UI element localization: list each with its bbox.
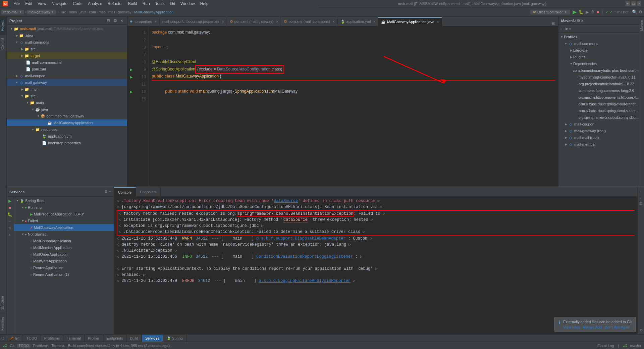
bottom-tab-services[interactable]: Services bbox=[142, 335, 163, 342]
git-notif-view-files[interactable]: View Files bbox=[563, 325, 580, 329]
stop-btn[interactable]: ■ bbox=[596, 9, 600, 15]
settings-icon[interactable]: ⚙ bbox=[112, 18, 118, 23]
c-logger-1[interactable]: o.s.b.f.support.DisposableBeanAdapter bbox=[256, 236, 345, 241]
tree-item-resources[interactable]: ▼ 📁 resources bbox=[7, 126, 127, 133]
maven-phase-btn[interactable]: ≡ bbox=[569, 27, 571, 31]
tab-close-pom-gateway[interactable]: × bbox=[276, 20, 278, 23]
minimize-btn[interactable]: − bbox=[626, 1, 630, 6]
maven-close-icon[interactable]: × bbox=[581, 18, 583, 23]
services-run-icon[interactable]: ▶ bbox=[7, 198, 13, 204]
menu-file[interactable]: File bbox=[11, 0, 22, 7]
run-gutter-12[interactable]: ▶ bbox=[130, 90, 133, 94]
maven-add-btn[interactable]: + bbox=[560, 27, 562, 31]
menu-tools[interactable]: Tools bbox=[153, 0, 167, 7]
tab-bootstrap[interactable]: mall-coupon\...bootstrap.properties × bbox=[160, 17, 227, 26]
service-mall-produce[interactable]: ▶ MallProduceApplication :8040/ bbox=[14, 211, 114, 217]
maven-dep-mybatis[interactable]: com.baomidou:mybatis-plus-boot-start... bbox=[558, 67, 639, 74]
maven-dep-spring-cloud-3[interactable]: org.springframework.cloud:spring-clou... bbox=[558, 114, 639, 121]
bottom-tab-git[interactable]: ⎇ Git bbox=[6, 335, 23, 342]
service-mall-member[interactable]: ○ MallMemberApplication bbox=[14, 244, 114, 251]
services-stop-icon[interactable]: ■ bbox=[7, 205, 13, 211]
bottom-tab-todo[interactable]: TODO bbox=[23, 335, 41, 342]
tree-item-msb-mall[interactable]: ▼ 📁 msb-mall [mall-mall] E:\MSBMallWorkS… bbox=[7, 26, 127, 32]
menu-view[interactable]: View bbox=[35, 0, 49, 7]
tab-close-pom-commons[interactable]: × bbox=[333, 20, 335, 23]
tab-application[interactable]: 🍃 application.yml × bbox=[338, 17, 379, 26]
service-renren-1[interactable]: ○ RenrenApplication (1) bbox=[14, 271, 114, 278]
services-group-icon[interactable]: ⊞ bbox=[7, 225, 13, 231]
menu-refactor[interactable]: Refactor bbox=[105, 0, 125, 7]
menu-run[interactable]: Run bbox=[140, 0, 153, 7]
services-minimize-icon[interactable]: − bbox=[109, 190, 111, 194]
bottom-tab-profiler[interactable]: Profiler bbox=[85, 335, 103, 342]
maven-mall-gateway[interactable]: ▶ ◇ mall-gateway (root) bbox=[558, 128, 639, 134]
expand-bottom-icon[interactable]: ⊞ bbox=[1, 336, 4, 340]
service-not-started-group[interactable]: ▼ ● Not Started bbox=[14, 231, 114, 238]
console-clear[interactable]: ⊡ bbox=[638, 201, 644, 206]
tab-mall-gateway-app[interactable]: ☕ MallGatewayApplication.java × bbox=[378, 17, 442, 26]
event-log-label[interactable]: Event Log bbox=[597, 344, 614, 348]
menu-analyze[interactable]: Analyze bbox=[85, 0, 105, 7]
services-add-icon[interactable]: + bbox=[7, 232, 13, 238]
tree-item-mall-coupon[interactable]: ▶ ◇ mall-coupon bbox=[7, 72, 127, 79]
services-settings-icon[interactable]: ⚙ bbox=[104, 190, 108, 194]
git-notif-always-add[interactable]: Always Add bbox=[583, 325, 602, 329]
c-datasource-link-1[interactable]: dataSource bbox=[274, 199, 298, 203]
bottom-tab-problems[interactable]: Problems bbox=[41, 335, 63, 342]
tree-item-commons-iml[interactable]: 📄 mall-commons.iml bbox=[7, 59, 127, 66]
maven-mall-mall[interactable]: ▶ ◇ mall-mall (root) bbox=[558, 134, 639, 141]
menu-help[interactable]: Help bbox=[198, 0, 211, 7]
run-btn[interactable]: ▶ bbox=[572, 9, 577, 15]
tree-item-bootstrap[interactable]: 📄 bootstrap.properties bbox=[7, 140, 127, 146]
tree-item-mall-gateway[interactable]: ▼ ◇ mall-gateway bbox=[7, 79, 127, 86]
tab-pom-gateway[interactable]: ⚙ pom.xml (mall-gateway) × bbox=[227, 17, 281, 26]
run-gutter-9[interactable]: ▶ bbox=[130, 68, 133, 71]
tab-pom-commons[interactable]: ⚙ pom.xml (mall-commons) × bbox=[281, 17, 337, 26]
c-logger-3[interactable]: o.s.b.d.LoggingFailureAnalysisReporter bbox=[259, 279, 351, 283]
tab-close-properties[interactable]: × bbox=[155, 20, 157, 23]
maven-dep-httpcore[interactable]: org.apache.httpcomponents:httpcore:4... bbox=[558, 94, 639, 101]
tab-endpoints[interactable]: Endpoints bbox=[136, 187, 161, 197]
maven-dep-mysql[interactable]: mysql:mysql-connector-java:8.0.11 bbox=[558, 74, 639, 81]
tree-item-main[interactable]: ▼ 📁 main bbox=[7, 99, 127, 106]
service-mall-ware[interactable]: ○ MallWareApplication bbox=[14, 258, 114, 264]
maven-mall-coupon[interactable]: ▶ ◇ mall-coupon bbox=[558, 121, 639, 128]
vtab-commit[interactable]: Commit bbox=[0, 34, 6, 53]
tab-close-gateway-app[interactable]: × bbox=[437, 20, 439, 24]
close-sidebar-icon[interactable]: × bbox=[119, 18, 124, 23]
maven-remove-btn[interactable]: − bbox=[562, 27, 565, 31]
tree-item-mvn[interactable]: ▶ 📁 .mvn bbox=[7, 86, 127, 93]
console-wrap-icon[interactable]: ⟲ bbox=[638, 328, 644, 333]
tree-item-commons-src[interactable]: ▶ 📁 src bbox=[7, 46, 127, 52]
console-scroll-top[interactable]: ↑ bbox=[638, 189, 644, 194]
service-failed-group[interactable]: ▼ ● Failed bbox=[14, 217, 114, 224]
maven-profiles[interactable]: ▼ Profiles bbox=[558, 34, 639, 40]
bottom-tab-endpoints[interactable]: Endpoints bbox=[103, 335, 127, 342]
menu-window[interactable]: Window bbox=[178, 0, 198, 7]
module-selector[interactable]: mall-gateway ▼ bbox=[26, 10, 56, 14]
maven-plugins[interactable]: ▶ Plugins bbox=[558, 54, 639, 60]
tree-item-pom-commons[interactable]: 📄 pom.xml bbox=[7, 66, 127, 72]
run-gutter-10[interactable]: ▶ bbox=[130, 75, 133, 79]
debug-btn[interactable]: 🐛 bbox=[578, 9, 584, 15]
services-debug-icon[interactable]: 🐛 bbox=[7, 211, 13, 217]
menu-navigate[interactable]: Navigate bbox=[49, 0, 70, 7]
menu-code[interactable]: Code bbox=[70, 0, 85, 7]
search-everywhere-btn[interactable]: 🔍 bbox=[632, 9, 637, 14]
maven-mall-commons[interactable]: ▼ ◇ mall-commons bbox=[558, 40, 639, 47]
service-mall-gateway-app[interactable]: ✗ MallGatewayApplication bbox=[14, 224, 114, 231]
service-running-group[interactable]: ▼ ● Running bbox=[14, 204, 114, 211]
services-filter-icon[interactable]: ⏤ bbox=[7, 218, 13, 224]
vtab-structure[interactable]: Structure bbox=[0, 293, 6, 313]
maven-dep-lombok[interactable]: org.projectlombok:lombok:1.18.22 bbox=[558, 81, 639, 87]
service-mall-coupon[interactable]: ○ MallCouponApplication bbox=[14, 238, 114, 244]
tab-console[interactable]: Console bbox=[114, 187, 136, 197]
tree-item-idea[interactable]: ▶ 📁 .idea bbox=[7, 32, 127, 39]
tree-item-target[interactable]: ▶ 📁 target bbox=[7, 52, 127, 59]
coverage-btn[interactable]: ▶ bbox=[585, 9, 589, 15]
maven-refresh-icon[interactable]: ↻ bbox=[573, 18, 576, 23]
run-config-selector[interactable]: ⚙ OrderController ▼ bbox=[530, 10, 570, 14]
menu-edit[interactable]: Edit bbox=[22, 0, 35, 7]
maven-dep-spring-cloud-1[interactable]: com.alibaba.cloud:spring-cloud-starter..… bbox=[558, 101, 639, 107]
tab-close-application[interactable]: × bbox=[373, 20, 375, 23]
